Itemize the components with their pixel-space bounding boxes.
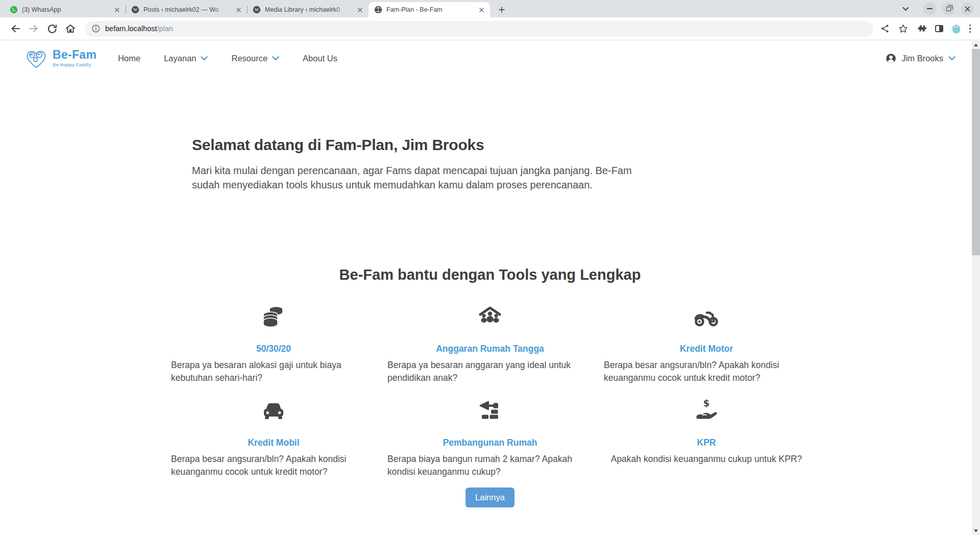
- nav-label: Layanan: [164, 54, 196, 63]
- site-info-icon[interactable]: [92, 25, 100, 33]
- tool-desc: Berapa ya besaran anggaran yang ideal un…: [387, 359, 593, 384]
- tool-desc: Berapa biaya bangun rumah 2 kamar? Apaka…: [387, 453, 593, 478]
- tool-503020: 50/30/20 Berapa ya besaran alokasi gaji …: [165, 304, 382, 384]
- extensions-button[interactable]: [917, 24, 926, 34]
- family-house-icon: [387, 304, 593, 329]
- side-panel-icon: [935, 25, 943, 32]
- tab-list-chevron-icon[interactable]: [902, 7, 909, 11]
- browser-tab-strip: (3) WhatsApp W Posts ‹ michaelrk02 — Wo …: [0, 0, 980, 17]
- tool-link-pembangunan[interactable]: Pembangunan Rumah: [443, 437, 537, 448]
- bookmark-button[interactable]: [898, 24, 908, 34]
- new-tab-button[interactable]: [495, 3, 509, 17]
- home-icon: [65, 23, 76, 34]
- forward-icon: [28, 23, 39, 34]
- tab-close-icon[interactable]: [477, 6, 486, 14]
- tool-link-anggaran[interactable]: Anggaran Rumah Tangga: [436, 344, 544, 354]
- wordpress-icon: W: [253, 6, 261, 14]
- nav-label: Resource: [231, 54, 267, 63]
- tool-kpr: $ KPR Apakah kondisi keuanganmu cukup un…: [598, 398, 815, 478]
- browser-toolbar: befam.localhost/plan: [0, 17, 980, 40]
- tab-fam-plan-active[interactable]: Fam-Plan - Be-Fam: [369, 2, 490, 17]
- toolbar-actions: [880, 24, 973, 34]
- nav-item-layanan[interactable]: Layanan: [164, 54, 208, 63]
- tool-link-kpr[interactable]: KPR: [697, 437, 716, 448]
- back-button[interactable]: [7, 20, 23, 37]
- url-host: befam.localhost: [105, 25, 157, 33]
- reload-icon: [47, 23, 58, 34]
- tool-link-503020[interactable]: 50/30/20: [256, 344, 291, 354]
- tab-wordpress-posts[interactable]: W Posts ‹ michaelrk02 — Wo: [126, 2, 247, 17]
- nav-label: Home: [118, 54, 140, 63]
- tool-desc: Berapa besar angsuran/bln? Apakah kondis…: [604, 359, 809, 384]
- close-icon: [965, 6, 970, 12]
- trowel-bricks-icon: [387, 398, 593, 423]
- chevron-down-icon: [272, 56, 279, 61]
- tools-grid: 50/30/20 Berapa ya besaran alokasi gaji …: [165, 304, 815, 478]
- nav-item-about-us[interactable]: About Us: [303, 54, 337, 63]
- forward-button[interactable]: [26, 20, 42, 37]
- nav-item-home[interactable]: Home: [118, 54, 140, 63]
- wordpress-icon: W: [131, 6, 139, 14]
- tab-title: (3) WhatsApp: [22, 6, 109, 13]
- tool-link-kredit-mobil[interactable]: Kredit Mobil: [248, 437, 299, 448]
- side-panel-button[interactable]: [935, 25, 943, 32]
- tool-desc: Apakah kondisi keuanganmu cukup untuk KP…: [611, 453, 802, 466]
- more-tools-button[interactable]: Lainnya: [465, 488, 514, 507]
- tab-close-icon[interactable]: [356, 6, 364, 14]
- maximize-button[interactable]: [942, 3, 955, 15]
- url-text: befam.localhost/plan: [105, 25, 173, 33]
- welcome-title: Selamat datang di Fam-Plan, Jim Brooks: [192, 136, 662, 154]
- plan-page: Selamat datang di Fam-Plan, Jim Brooks M…: [0, 136, 980, 507]
- welcome-body: Mari kita mulai dengan perencanaan, agar…: [192, 164, 662, 192]
- address-bar[interactable]: befam.localhost/plan: [85, 21, 873, 37]
- hand-holding-dollar-icon: $: [603, 398, 810, 423]
- browser-window: (3) WhatsApp W Posts ‹ michaelrk02 — Wo …: [0, 0, 980, 535]
- logo-tagline: Be Happy Family: [53, 62, 96, 67]
- gopher-extension-button[interactable]: [952, 24, 961, 34]
- chevron-down-icon: [201, 56, 208, 61]
- user-name: Jim Brooks: [901, 54, 943, 63]
- close-window-button[interactable]: [961, 3, 974, 15]
- motorcycle-icon: [603, 304, 810, 329]
- user-menu[interactable]: Jim Brooks: [886, 53, 955, 64]
- browser-menu-button[interactable]: [969, 25, 971, 33]
- nav-item-resource[interactable]: Resource: [231, 54, 279, 63]
- svg-text:W: W: [255, 7, 259, 12]
- befam-logo[interactable]: Be-Fam Be Happy Family: [24, 47, 96, 69]
- coins-icon: [170, 304, 377, 329]
- tool-desc: Berapa ya besaran alokasi gaji untuk bia…: [171, 359, 376, 384]
- tab-title: Media Library ‹ michaelrk0: [265, 6, 352, 13]
- globe-icon: [374, 6, 382, 14]
- tool-link-kredit-motor[interactable]: Kredit Motor: [680, 344, 733, 354]
- scroll-down-icon: [974, 529, 978, 532]
- tools-section-title: Be-Fam bantu dengan Tools yang Lengkap: [0, 266, 980, 283]
- tab-whatsapp[interactable]: (3) WhatsApp: [4, 2, 126, 17]
- window-controls: [902, 0, 974, 17]
- tab-title: Fam-Plan - Be-Fam: [386, 6, 473, 13]
- tool-anggaran-rumah-tangga: Anggaran Rumah Tangga Berapa ya besaran …: [382, 304, 598, 384]
- scrollbar-thumb[interactable]: [972, 49, 980, 255]
- share-button[interactable]: [880, 24, 890, 33]
- tools-section: Be-Fam bantu dengan Tools yang Lengkap: [0, 266, 980, 507]
- scroll-down-button[interactable]: [972, 527, 980, 535]
- home-button[interactable]: [62, 20, 79, 37]
- page-scrollbar[interactable]: [972, 41, 980, 535]
- tab-wordpress-media[interactable]: W Media Library ‹ michaelrk0: [247, 2, 369, 17]
- restore-icon: [946, 7, 951, 11]
- tab-close-icon[interactable]: [234, 6, 243, 14]
- reload-button[interactable]: [44, 20, 60, 37]
- more-wrap: Lainnya: [0, 488, 980, 507]
- tool-desc: Berapa besar angsuran/bln? Apakah kondis…: [171, 453, 376, 478]
- svg-text:W: W: [133, 7, 138, 12]
- tab-title: Posts ‹ michaelrk02 — Wo: [143, 6, 230, 13]
- gopher-icon: [952, 24, 961, 34]
- scroll-up-button[interactable]: [972, 41, 980, 49]
- puzzle-icon: [917, 24, 926, 34]
- minimize-button[interactable]: [923, 3, 936, 15]
- star-icon: [898, 24, 908, 34]
- heart-family-logo-icon: [24, 47, 48, 69]
- tool-pembangunan-rumah: Pembangunan Rumah Berapa biaya bangun ru…: [382, 398, 598, 478]
- nav-label: About Us: [303, 54, 337, 63]
- back-icon: [10, 23, 21, 34]
- tab-close-icon[interactable]: [113, 6, 121, 14]
